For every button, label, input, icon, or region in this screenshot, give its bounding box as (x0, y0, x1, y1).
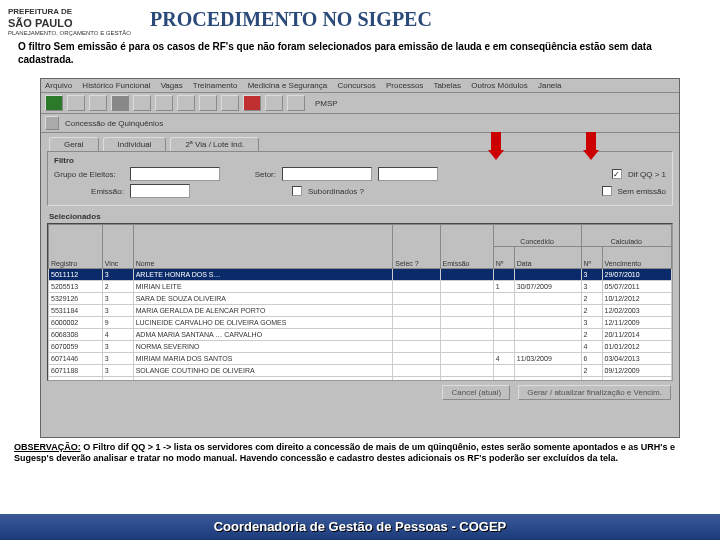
th-calc-venc[interactable]: Vencimento (602, 247, 671, 269)
cell-reg: 5011112 (49, 269, 103, 281)
cancel-button[interactable]: Cancel (atual) (442, 385, 510, 400)
menu-tabelas[interactable]: Tabelas (433, 81, 461, 90)
menu-concursos[interactable]: Concursos (338, 81, 376, 90)
cell-em (440, 317, 493, 329)
cell-v: 2 (102, 281, 133, 293)
cell-nome: MIRIAM MARIA DOS SANTOS (133, 353, 393, 365)
cell-qv: 20/11/2014 (602, 329, 671, 341)
th-registro[interactable]: Registro (49, 225, 103, 269)
tool-save-icon[interactable] (45, 95, 63, 111)
difqq-checkbox[interactable] (612, 169, 622, 179)
tab-2via[interactable]: 2ª Via / Lote Ind. (170, 137, 259, 151)
cell-cd (514, 329, 581, 341)
cell-qn: 2 (581, 293, 602, 305)
menu-processos[interactable]: Processos (386, 81, 423, 90)
cell-qv: 05/07/2011 (602, 281, 671, 293)
cell-nome: LUCINEIDE CARVALHO DE OLIVEIRA GOMES (133, 317, 393, 329)
highlight-arrow-icon (488, 132, 504, 160)
sememissao-label: Sem emissão (618, 187, 666, 196)
cell-v: 9 (102, 317, 133, 329)
table-row[interactable]: 53291263SARA DE SOUZA OLIVEIRA210/12/201… (49, 293, 672, 305)
tool-clear-icon[interactable] (89, 95, 107, 111)
table-row[interactable]: 50111123ARLETE HONRA DOS S…329/07/2010 (49, 269, 672, 281)
tool-search-icon[interactable] (111, 95, 129, 111)
th-emissao[interactable]: Emissão (440, 225, 493, 269)
cell-v: 3 (102, 341, 133, 353)
table-row[interactable]: 55311843MARIA GERALDA DE ALENCAR PORTO21… (49, 305, 672, 317)
th-conc-data[interactable]: Data (514, 247, 581, 269)
menu-janela[interactable]: Janela (538, 81, 562, 90)
cell-qn: 4 (581, 341, 602, 353)
cell-reg: 5205513 (49, 281, 103, 293)
menu-outros[interactable]: Outros Módulos (471, 81, 527, 90)
cell-nome: NORMA SEVERINO (133, 341, 393, 353)
tab-individual[interactable]: Individual (103, 137, 167, 151)
cell-cd (514, 317, 581, 329)
cell-v: 3 (102, 365, 133, 377)
th-conc-n[interactable]: Nº (493, 247, 514, 269)
gerar-button[interactable]: Gerar / atualizar finalização e Vencim. (518, 385, 671, 400)
table-row[interactable]: 60700593NORMA SEVERINO401/01/2012 (49, 341, 672, 353)
cell-cd: 11/03/2009 (514, 353, 581, 365)
tool-print-icon[interactable] (67, 95, 85, 111)
setor-field2[interactable] (378, 167, 438, 181)
grupo-field[interactable] (130, 167, 220, 181)
cell-qv: 03/04/2013 (602, 353, 671, 365)
tool-prev-icon[interactable] (133, 95, 151, 111)
table-row[interactable]: 60714463MIRIAM MARIA DOS SANTOS411/03/20… (49, 353, 672, 365)
menu-vagas[interactable]: Vagas (161, 81, 183, 90)
table-row[interactable]: 52055132MIRIAN LEITE130/07/2009305/07/20… (49, 281, 672, 293)
tool-add-icon[interactable] (221, 95, 239, 111)
emissao-field[interactable] (130, 184, 190, 198)
cell-cn (493, 341, 514, 353)
subordinados-checkbox[interactable] (292, 186, 302, 196)
table-row[interactable]: 60000029LUCINEIDE CARVALHO DE OLIVEIRA G… (49, 317, 672, 329)
cell-cn (493, 329, 514, 341)
th-nome[interactable]: Nome (133, 225, 393, 269)
sigpec-window: Arquivo Histórico Funcional Vagas Treina… (40, 78, 680, 438)
tab-geral[interactable]: Geral (49, 137, 99, 151)
table-row[interactable]: 60683084ADMA MARIA SANTANA … CARVALHO220… (49, 329, 672, 341)
setor-label: Setor: (226, 170, 276, 179)
window-subtitle: Concessão de Quinquênios (65, 119, 163, 128)
filtro-title: Filtro (54, 156, 666, 165)
tool-next-icon[interactable] (155, 95, 173, 111)
observation-text: OBSERVAÇÃO: O Filtro dif QQ > 1 -> lista… (14, 442, 708, 465)
tool-delete-icon[interactable] (243, 95, 261, 111)
cell-cn (493, 293, 514, 305)
cell-em (440, 293, 493, 305)
th-calculado: Calculado (581, 225, 671, 247)
footer-banner: Coordenadoria de Gestão de Pessoas - COG… (0, 514, 720, 540)
cell-s (393, 281, 440, 293)
th-selec[interactable]: Selec ? (393, 225, 440, 269)
setor-field[interactable] (282, 167, 372, 181)
cell-cd (514, 365, 581, 377)
cell-qv: 29/07/2010 (602, 269, 671, 281)
menu-historico[interactable]: Histórico Funcional (82, 81, 150, 90)
cell-qn: 3 (581, 281, 602, 293)
tool-help-icon[interactable] (287, 95, 305, 111)
tool-lock-icon[interactable] (265, 95, 283, 111)
org-logo: PREFEITURA DESÃO PAULO PLANEJAMENTO, ORÇ… (8, 8, 133, 36)
cell-cd: 30/07/2009 (514, 281, 581, 293)
cell-reg: 5531184 (49, 305, 103, 317)
obs-body: O Filtro dif QQ > 1 -> lista os servidor… (14, 442, 675, 463)
cell-s (393, 353, 440, 365)
cell-nome: SARA DE SOUZA OLIVEIRA (133, 293, 393, 305)
tool-last-icon[interactable] (199, 95, 217, 111)
tool-first-icon[interactable] (177, 95, 195, 111)
sub-icon[interactable] (45, 116, 59, 130)
app-menubar: Arquivo Histórico Funcional Vagas Treina… (41, 79, 679, 93)
th-calc-n[interactable]: Nº (581, 247, 602, 269)
menu-medicina[interactable]: Medicina e Segurança (248, 81, 328, 90)
menu-treinamento[interactable]: Treinamento (193, 81, 238, 90)
cell-em (440, 281, 493, 293)
sememissao-checkbox[interactable] (602, 186, 612, 196)
cell-nome: ADMA MARIA SANTANA … CARVALHO (133, 329, 393, 341)
cell-v: 4 (102, 329, 133, 341)
table-row[interactable]: 60711883SOLANGE COUTINHO DE OLIVEIRA209/… (49, 365, 672, 377)
th-vinc[interactable]: Vinc (102, 225, 133, 269)
cell-reg: 5329126 (49, 293, 103, 305)
cell-qv: 12/02/2003 (602, 305, 671, 317)
menu-arquivo[interactable]: Arquivo (45, 81, 72, 90)
